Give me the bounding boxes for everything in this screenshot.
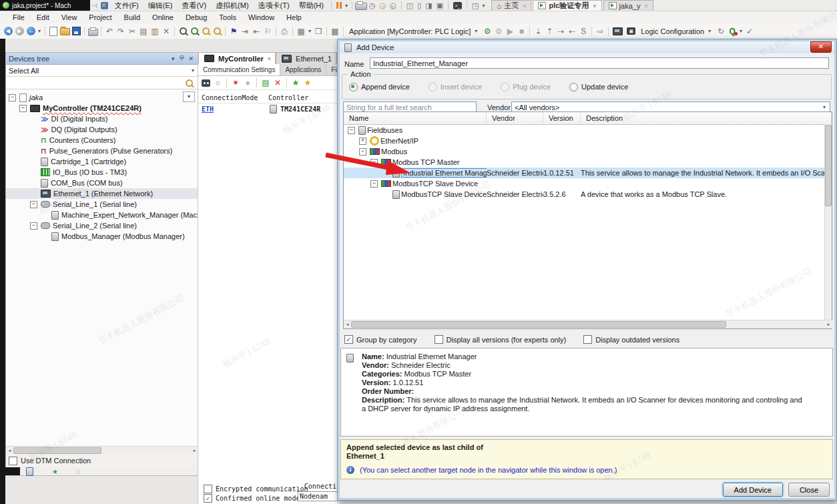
vm-tab-plc验证专用[interactable]: plc验证专用× — [533, 0, 601, 11]
tree-item[interactable]: −MyController (TM241CE24R) — [6, 103, 198, 113]
vm-snapshot-revert-icon[interactable]: ◶ — [380, 1, 386, 10]
tree-item[interactable]: −Serial_Line_1 (Serial line) — [6, 199, 198, 210]
vm-fullscreen-icon[interactable]: ◳ — [472, 1, 479, 10]
tree-item[interactable]: −⊓Counters (Counters) — [6, 135, 198, 146]
menu-window[interactable]: Window — [242, 13, 280, 21]
run-to-cursor-icon[interactable]: ⇠ — [567, 26, 577, 37]
tree-item[interactable]: −Machine_Expert_Network_Manager (Machine… — [6, 210, 198, 220]
collapse-icon[interactable]: − — [30, 201, 37, 208]
incremental-replace-icon[interactable] — [212, 26, 222, 37]
open-project-icon[interactable] — [59, 26, 70, 37]
eth-link[interactable]: ETH — [202, 105, 214, 113]
collapse-icon[interactable]: − — [370, 159, 378, 166]
tree-view-dropdown[interactable]: ▾ — [183, 91, 195, 102]
vm-pause-button[interactable] — [336, 2, 342, 9]
menu-help[interactable]: Help — [280, 13, 308, 21]
close-icon[interactable]: ✕ — [186, 55, 196, 62]
project-settings-icon[interactable]: ❒ — [313, 26, 324, 37]
devices-hscrollbar[interactable]: ◂ ▸ — [6, 446, 198, 454]
collapse-icon[interactable]: − — [370, 180, 378, 188]
login-icon[interactable]: ⚙ — [482, 26, 493, 37]
vm-snapshot-manager-icon[interactable]: ◵ — [390, 1, 396, 10]
quality-check-icon[interactable]: Q — [727, 26, 738, 37]
menu-build[interactable]: Build — [118, 13, 146, 21]
collapse-icon[interactable]: − — [359, 148, 366, 156]
flash-led-icon[interactable]: ✶ — [230, 77, 241, 88]
menu-view[interactable]: View — [55, 13, 83, 21]
column-header-name[interactable]: Name — [344, 112, 487, 124]
forward-icon[interactable]: ▶ — [14, 26, 25, 37]
menu-file[interactable]: File — [7, 13, 31, 21]
device-row[interactable]: −Modbus TCP Master — [344, 157, 832, 168]
device-row[interactable]: −Fieldbuses — [344, 125, 832, 136]
tree-item[interactable]: −Ethernet_1 (Ethernet Network) — [6, 188, 198, 199]
vm-pause-caret-icon[interactable]: ▾ — [345, 3, 348, 9]
gateway-icon[interactable] — [200, 77, 211, 88]
tree-item[interactable]: −≫DQ (Digital Outputs) — [6, 124, 198, 135]
column-header-version[interactable]: Version — [543, 112, 581, 124]
device-row[interactable]: −ModbusTCP Slave DeviceSchneider Electri… — [344, 189, 832, 200]
nav-history-caret-icon[interactable]: ▾ — [38, 28, 41, 34]
collapse-icon[interactable]: − — [348, 127, 355, 134]
next-bookmark-icon[interactable]: ⇥ — [240, 26, 250, 37]
verify-icon[interactable]: ✓ — [744, 26, 755, 37]
expand-icon[interactable]: + — [359, 138, 366, 145]
scroll-left-icon[interactable]: ◂ — [344, 322, 351, 327]
filter-group-by-category[interactable]: ✓Group by category — [344, 335, 417, 344]
calendar-icon[interactable]: ▩ — [330, 26, 340, 37]
menu-edit[interactable]: Edit — [31, 13, 55, 21]
scroll-thumb[interactable] — [351, 321, 726, 328]
redo-icon[interactable]: ↷ — [115, 26, 126, 37]
tree-filter-combo[interactable]: Select All ▾ — [6, 65, 198, 77]
nodename-input[interactable]: Nodenam — [298, 491, 338, 501]
build-icon[interactable]: ▦ — [296, 26, 306, 37]
step-out-icon[interactable]: ⇢ — [555, 26, 566, 37]
undo-icon[interactable]: ↶ — [104, 26, 115, 37]
close-icon[interactable]: × — [644, 3, 647, 9]
vm-layout-4-icon[interactable]: ▣ — [437, 1, 443, 10]
scroll-thumb[interactable] — [13, 447, 101, 454]
filter-display-outdated-versions[interactable]: Display outdated versions — [583, 335, 679, 344]
menu-debug[interactable]: Debug — [180, 13, 213, 21]
favorite-icon[interactable]: ★ — [302, 77, 313, 88]
bookmark-icon[interactable]: ⚑ — [228, 26, 239, 37]
vm-menu-item[interactable]: 帮助(H) — [294, 1, 328, 11]
vm-tab-主页[interactable]: ⌂主页× — [491, 0, 531, 11]
table-hscrollbar[interactable]: ◂ ▸ — [344, 320, 832, 328]
stop-icon[interactable]: ■ — [516, 26, 527, 37]
device-screen-icon[interactable]: ▣ — [625, 26, 637, 37]
vm-console-icon[interactable]: >_ — [453, 2, 462, 9]
vm-tab-jaka_y[interactable]: jaka_y× — [603, 0, 653, 11]
vm-menu-item[interactable]: 文件(F) — [110, 1, 144, 11]
close-icon[interactable]: × — [593, 3, 596, 9]
pin-icon[interactable]: 무 — [176, 54, 186, 63]
subtab-applications[interactable]: Applications — [280, 64, 326, 75]
column-header-description[interactable]: Description — [581, 112, 832, 124]
dialog-close-button[interactable]: ✕ — [810, 41, 832, 53]
find-icon[interactable] — [178, 26, 188, 37]
breakpoint-icon[interactable]: S — [578, 26, 589, 37]
back-icon[interactable]: ◀ — [3, 26, 13, 37]
tree-item[interactable]: −Modbus_Manager (Modbus Manager) — [6, 231, 198, 242]
menu-online[interactable]: Online — [146, 13, 180, 21]
quality-caret-icon[interactable]: ▾ — [740, 28, 742, 34]
encrypted-communication-checkbox[interactable] — [204, 485, 212, 493]
collapse-icon[interactable]: − — [30, 222, 37, 230]
next-statement-icon[interactable]: ⇨ — [595, 26, 605, 37]
radio-icon[interactable] — [569, 83, 578, 91]
add-device-button[interactable]: Add Device — [723, 483, 783, 497]
checkbox-icon[interactable] — [583, 335, 592, 344]
confirmed-online-checkbox[interactable]: ✓ — [204, 494, 212, 503]
vm-printer-icon[interactable] — [355, 3, 367, 10]
remove-connection-icon[interactable]: ✕ — [272, 77, 283, 88]
replace-icon[interactable] — [200, 26, 211, 37]
tree-item[interactable]: −Cartridge_1 (Cartridge) — [6, 156, 198, 167]
favorite-add-icon[interactable]: ★ — [290, 77, 301, 88]
vm-layout-1-icon[interactable]: ◫ — [406, 1, 413, 10]
device-name-input[interactable]: Industrial_Ethernet_Manager — [370, 57, 829, 69]
delete-icon[interactable]: ✕ — [161, 26, 172, 37]
vm-pin-icon[interactable]: ⊣ — [91, 2, 97, 9]
monitor-icon[interactable] — [611, 26, 624, 37]
vm-menu-item[interactable]: 虚拟机(M) — [211, 1, 254, 11]
cut-icon[interactable]: ✂ — [127, 26, 137, 37]
